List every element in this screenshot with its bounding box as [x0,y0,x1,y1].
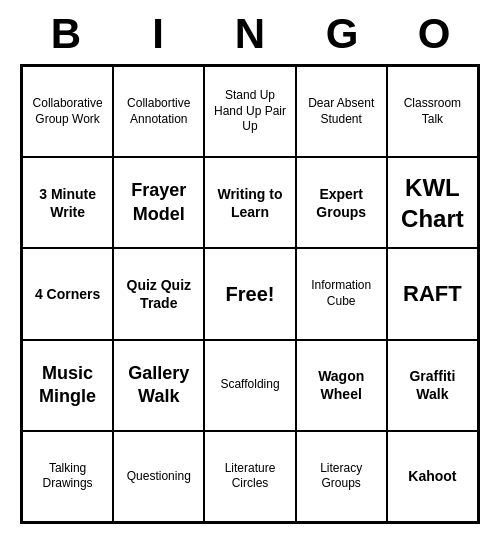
table-row: Scaffolding [204,340,295,431]
letter-b: B [36,10,96,58]
table-row: Free! [204,248,295,339]
table-row: Writing to Learn [204,157,295,248]
table-row: Dear Absent Student [296,66,387,157]
table-row: Quiz Quiz Trade [113,248,204,339]
table-row: KWL Chart [387,157,478,248]
table-row: Questioning [113,431,204,522]
table-row: Gallery Walk [113,340,204,431]
table-row: Stand Up Hand Up Pair Up [204,66,295,157]
table-row: Talking Drawings [22,431,113,522]
bingo-title: B I N G O [20,0,480,64]
table-row: Graffiti Walk [387,340,478,431]
letter-g: G [312,10,372,58]
table-row: Expert Groups [296,157,387,248]
table-row: Frayer Model [113,157,204,248]
table-row: Information Cube [296,248,387,339]
table-row: Kahoot [387,431,478,522]
table-row: 3 Minute Write [22,157,113,248]
table-row: Collabortive Annotation [113,66,204,157]
letter-i: I [128,10,188,58]
table-row: Collaborative Group Work [22,66,113,157]
table-row: Wagon Wheel [296,340,387,431]
table-row: Literacy Groups [296,431,387,522]
table-row: 4 Corners [22,248,113,339]
table-row: RAFT [387,248,478,339]
table-row: Classroom Talk [387,66,478,157]
letter-o: O [404,10,464,58]
bingo-grid: Collaborative Group WorkCollabortive Ann… [20,64,480,524]
table-row: Literature Circles [204,431,295,522]
table-row: Music Mingle [22,340,113,431]
letter-n: N [220,10,280,58]
